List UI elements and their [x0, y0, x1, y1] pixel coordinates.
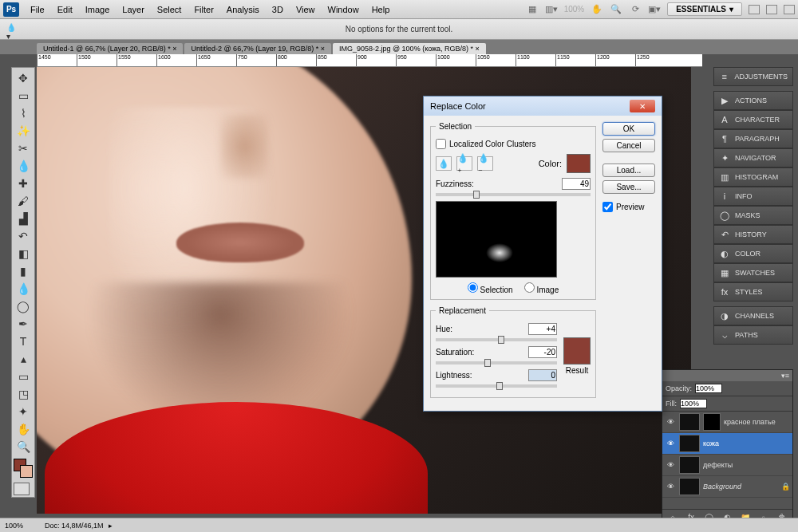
lightness-input[interactable] — [528, 369, 557, 381]
menu-image[interactable]: Image — [79, 5, 117, 14]
cancel-button[interactable]: Cancel — [602, 139, 655, 152]
panel-paragraph[interactable]: ¶PARAGRAPH — [713, 129, 793, 148]
wand-tool[interactable]: ✨ — [14, 122, 33, 140]
menu-analysis[interactable]: Analysis — [220, 5, 266, 14]
load-button[interactable]: Load... — [602, 164, 655, 177]
eyedropper-icon[interactable]: 💧 — [436, 156, 452, 171]
zoom-tool[interactable]: 🔍 — [14, 438, 33, 455]
history-brush-tool[interactable]: ↶ — [14, 227, 33, 245]
current-tool-icon[interactable]: 💧▾ — [6, 23, 19, 36]
panel-navigator[interactable]: ✦NAVIGATOR — [713, 148, 793, 167]
visibility-icon[interactable]: 👁 — [665, 461, 676, 469]
shape-tool[interactable]: ▭ — [14, 368, 33, 385]
pen-tool[interactable]: ✒ — [14, 315, 33, 333]
panel-history[interactable]: ↶HISTORY — [713, 225, 793, 244]
marquee-tool[interactable]: ▭ — [14, 87, 33, 104]
3d-camera-tool[interactable]: ✦ — [14, 403, 33, 420]
rotate-icon[interactable]: ⟳ — [629, 3, 642, 16]
type-tool[interactable]: T — [14, 333, 33, 350]
hand-icon[interactable]: ✋ — [591, 3, 603, 16]
zoom-icon[interactable]: 🔍 — [610, 3, 622, 16]
radio-image[interactable]: Image — [524, 282, 559, 294]
hue-input[interactable] — [528, 323, 557, 335]
result-color-swatch[interactable] — [563, 337, 591, 365]
panel-histogram[interactable]: ▥HISTOGRAM — [713, 167, 793, 187]
close-window-icon[interactable] — [784, 5, 795, 14]
launch-bridge-icon[interactable]: ▦ — [526, 3, 539, 16]
panel-character[interactable]: ACHARACTER — [713, 110, 793, 129]
visibility-icon[interactable]: 👁 — [665, 418, 676, 426]
localized-clusters-checkbox[interactable] — [436, 139, 446, 149]
panel-paths[interactable]: ⌵PATHS — [713, 325, 793, 345]
color-swatches[interactable] — [14, 459, 33, 478]
maximize-icon[interactable] — [766, 5, 777, 14]
brush-tool[interactable]: 🖌 — [14, 192, 33, 210]
gradient-tool[interactable]: ▮ — [14, 262, 33, 280]
layer-row[interactable]: 👁 кожа — [662, 433, 792, 455]
menu-edit[interactable]: Edit — [51, 5, 79, 14]
ok-button[interactable]: OK — [602, 122, 655, 136]
quickmask-icon[interactable] — [14, 483, 30, 495]
background-color[interactable] — [20, 465, 33, 478]
visibility-icon[interactable]: 👁 — [665, 483, 676, 491]
arrange-docs-icon[interactable]: ▥▾ — [545, 3, 558, 16]
lasso-tool[interactable]: ⌇ — [14, 104, 33, 122]
3d-tool[interactable]: ◳ — [14, 385, 33, 403]
workspace-switcher[interactable]: ESSENTIALS▾ — [667, 2, 742, 16]
preview-checkbox[interactable] — [602, 202, 613, 212]
heal-tool[interactable]: ✚ — [14, 175, 33, 192]
lightness-slider[interactable] — [436, 384, 557, 388]
status-zoom[interactable]: 100% — [5, 522, 45, 530]
menu-3d[interactable]: 3D — [266, 5, 290, 14]
path-select-tool[interactable]: ▴ — [14, 350, 33, 368]
crop-tool[interactable]: ✂ — [14, 140, 33, 157]
layer-row[interactable]: 👁 Background 🔒 — [662, 476, 792, 498]
eyedropper-add-icon[interactable]: 💧₊ — [456, 156, 472, 171]
eyedropper-tool[interactable]: 💧 — [14, 157, 33, 175]
menu-help[interactable]: Help — [365, 5, 397, 14]
move-tool[interactable]: ✥ — [14, 69, 33, 87]
panel-menu-icon[interactable]: ▾≡ — [781, 372, 789, 380]
layer-row[interactable]: 👁 дефекты — [662, 455, 792, 476]
minimize-icon[interactable] — [749, 5, 760, 14]
opacity-input[interactable] — [695, 384, 722, 393]
dialog-titlebar[interactable]: Replace Color ✕ — [424, 97, 662, 116]
stamp-tool[interactable]: ▟ — [14, 210, 33, 227]
panel-adjustments[interactable]: ≡ADJUSTMENTS — [713, 67, 793, 86]
visibility-icon[interactable]: 👁 — [665, 439, 676, 447]
hand-tool[interactable]: ✋ — [14, 420, 33, 438]
menu-layer[interactable]: Layer — [116, 5, 151, 14]
selection-color-swatch[interactable] — [567, 154, 591, 173]
menu-filter[interactable]: Filter — [188, 5, 219, 14]
menu-view[interactable]: View — [290, 5, 322, 14]
screen-mode-icon[interactable]: ▣▾ — [648, 3, 661, 16]
panel-masks[interactable]: ◯MASKS — [713, 206, 793, 225]
fuzziness-input[interactable] — [562, 178, 591, 190]
menu-file[interactable]: File — [24, 5, 51, 14]
panel-channels[interactable]: ◑CHANNELS — [713, 306, 793, 325]
radio-selection[interactable]: Selection — [468, 282, 513, 294]
panel-swatches[interactable]: ▦SWATCHES — [713, 263, 793, 282]
panel-styles[interactable]: fxSTYLES — [713, 282, 793, 301]
menu-window[interactable]: Window — [322, 5, 365, 14]
blur-tool[interactable]: 💧 — [14, 280, 33, 298]
fill-input[interactable] — [680, 399, 707, 408]
fuzziness-slider[interactable] — [436, 193, 591, 196]
menu-select[interactable]: Select — [151, 5, 188, 14]
panel-color[interactable]: ◐COLOR — [713, 244, 793, 263]
saturation-slider[interactable] — [436, 361, 557, 365]
panel-info[interactable]: iINFO — [713, 187, 793, 206]
doc-tab-2[interactable]: Untitled-2 @ 66,7% (Layer 19, RGB/8) * × — [184, 43, 330, 54]
layer-row[interactable]: 👁 красное платье — [662, 412, 792, 433]
panel-actions[interactable]: ▶ACTIONS — [713, 91, 793, 110]
saturation-input[interactable] — [528, 346, 557, 358]
eraser-tool[interactable]: ◧ — [14, 245, 33, 262]
dialog-close-button[interactable]: ✕ — [630, 100, 655, 112]
hue-slider[interactable] — [436, 338, 557, 341]
save-button[interactable]: Save... — [602, 180, 655, 194]
status-menu-icon[interactable]: ▸ — [109, 522, 113, 530]
doc-tab-3[interactable]: IMG_9058-2.jpg @ 100% (кожа, RGB/8) * × — [333, 43, 486, 54]
dodge-tool[interactable]: ◯ — [14, 298, 33, 315]
doc-tab-1[interactable]: Untitled-1 @ 66,7% (Layer 20, RGB/8) * × — [37, 43, 183, 54]
eyedropper-sub-icon[interactable]: 💧₋ — [477, 156, 493, 171]
